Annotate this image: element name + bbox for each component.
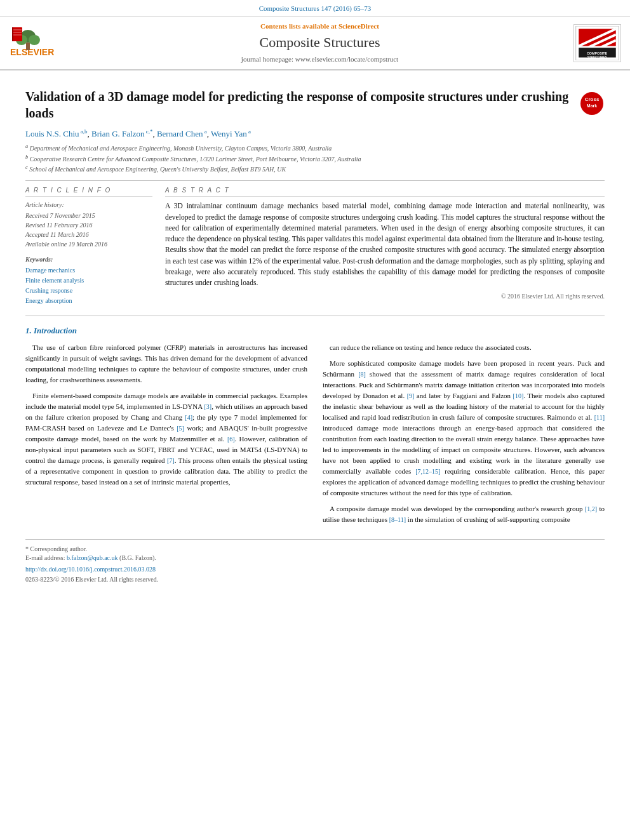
intro-para-4: More sophisticated composite damage mode… (323, 358, 605, 499)
sciencedirect-prefix: Contents lists available at (260, 22, 337, 30)
svg-text:ELSEVIER: ELSEVIER (10, 47, 54, 57)
abstract-text: A 3D intralaminar continuum damage mecha… (165, 201, 605, 288)
email-note: E-mail address: b.falzon@qub.ac.uk (B.G.… (25, 554, 605, 563)
journal-header: ELSEVIER Contents lists available at Sci… (0, 17, 630, 70)
svg-text:Mark: Mark (587, 103, 597, 108)
keyword-3: Crushing response (25, 286, 152, 295)
corresponding-note: * Corresponding author. (25, 545, 605, 554)
affiliations: a Department of Mechanical and Aerospace… (25, 143, 605, 174)
body-right-col: can reduce the reliance on testing and h… (323, 342, 605, 531)
article-history: Article history: Received 7 November 201… (25, 201, 152, 249)
svg-rect-5 (26, 43, 30, 50)
journal-ref-text: Composite Structures 147 (2016) 65–73 (259, 4, 372, 12)
keyword-4: Energy absorption (25, 297, 152, 305)
email-person: (B.G. Falzon). (119, 554, 156, 561)
svg-text:COMPOSITE: COMPOSITE (587, 51, 608, 55)
svg-rect-6 (12, 27, 22, 41)
keywords-section: Keywords: Damage mechanics Finite elemen… (25, 255, 152, 305)
article-info-abstract: A R T I C L E I N F O Article history: R… (25, 180, 605, 307)
footer-copyright: 0263-8223/© 2016 Elsevier Ltd. All right… (25, 575, 605, 584)
affiliation-b: b Cooperative Research Centre for Advanc… (25, 154, 605, 164)
elsevier-logo: ELSEVIER (9, 22, 66, 63)
author-1: Louis N.S. Chiu (25, 129, 79, 138)
intro-para-5: A composite damage model was developed b… (323, 503, 605, 525)
svg-rect-7 (12, 27, 13, 41)
footer-section: * Corresponding author. E-mail address: … (25, 539, 605, 584)
intro-title: 1. Introduction (25, 325, 605, 337)
author-2-sup: c,* (144, 128, 152, 135)
affiliation-a: a Department of Mechanical and Aerospace… (25, 143, 605, 153)
introduction-section: 1. Introduction The use of carbon fibre … (25, 325, 605, 530)
available-date: Available online 19 March 2016 (25, 240, 152, 249)
author-4-sup: a (247, 128, 251, 135)
journal-reference: Composite Structures 147 (2016) 65–73 (0, 0, 630, 17)
keywords-title: Keywords: (25, 255, 152, 264)
abstract-col: A B S T R A C T A 3D intralaminar contin… (165, 186, 605, 307)
main-content: Validation of a 3D damage model for pred… (0, 70, 630, 590)
received-date: Received 7 November 2015 (25, 211, 152, 220)
keyword-1: Damage mechanics (25, 266, 152, 275)
history-title: Article history: (25, 201, 152, 210)
crossmark-logo: Cross Mark (579, 91, 605, 120)
author-3-sup: a (203, 128, 206, 135)
svg-point-4 (29, 35, 40, 45)
sciencedirect-link: Contents lists available at ScienceDirec… (72, 22, 567, 31)
intro-para-3: can reduce the reliance on testing and h… (323, 342, 605, 353)
author-4: Wenyi Yan (211, 129, 247, 138)
revised-date: Revised 11 February 2016 (25, 221, 152, 230)
svg-text:Cross: Cross (585, 97, 600, 102)
journal-url: journal homepage: www.elsevier.com/locat… (72, 55, 567, 64)
composite-structures-logo: COMPOSITE STRUCTURES (573, 24, 621, 62)
affiliation-c: c School of Mechanical and Aerospace Eng… (25, 164, 605, 174)
sciencedirect-label: ScienceDirect (338, 22, 379, 30)
keyword-2: Finite element analysis (25, 276, 152, 285)
journal-title: Composite Structures (72, 33, 567, 53)
article-title-text: Validation of a 3D damage model for pred… (25, 88, 573, 121)
authors-line: Louis N.S. Chiu a,b, Brian G. Falzon c,*… (25, 128, 605, 140)
article-info-col: A R T I C L E I N F O Article history: R… (25, 186, 152, 307)
body-left-col: The use of carbon fibre reinforced polym… (25, 342, 307, 531)
intro-para-2: Finite element-based composite damage mo… (25, 390, 307, 488)
intro-para-1: The use of carbon fibre reinforced polym… (25, 342, 307, 385)
article-title-container: Validation of a 3D damage model for pred… (25, 88, 605, 121)
email-label: E-mail address: (25, 554, 65, 561)
section-divider (25, 316, 605, 316)
svg-text:STRUCTURES: STRUCTURES (587, 56, 607, 59)
accepted-date: Accepted 11 March 2016 (25, 230, 152, 239)
journal-center: Contents lists available at ScienceDirec… (72, 22, 567, 64)
author-2: Brian G. Falzon (91, 129, 144, 138)
copyright-notice: © 2016 Elsevier Ltd. All rights reserved… (165, 292, 605, 301)
article-info-header: A R T I C L E I N F O (25, 186, 152, 197)
abstract-header: A B S T R A C T (165, 186, 605, 197)
email-address: b.falzon@qub.ac.uk (67, 554, 118, 561)
doi-link[interactable]: http://dx.doi.org/10.1016/j.compstruct.2… (25, 565, 605, 574)
author-1-sup: a,b (79, 128, 88, 135)
author-3: Bernard Chen (157, 129, 203, 138)
body-two-col: The use of carbon fibre reinforced polym… (25, 342, 605, 531)
